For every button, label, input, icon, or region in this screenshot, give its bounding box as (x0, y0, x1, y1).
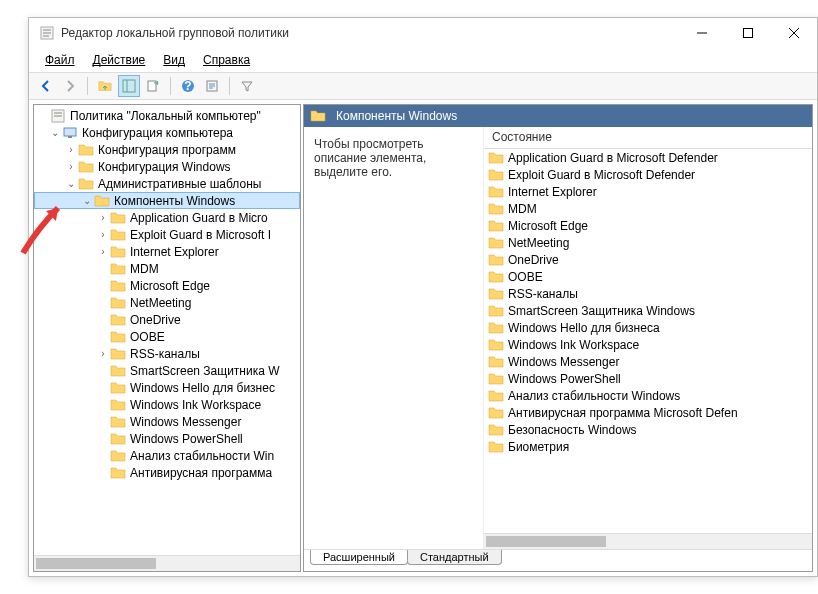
chevron-right-icon[interactable] (96, 330, 110, 344)
show-tree-button[interactable] (118, 75, 140, 97)
chevron-right-icon[interactable] (96, 432, 110, 446)
tree-item[interactable]: ›Internet Explorer (34, 243, 300, 260)
chevron-right-icon[interactable] (96, 449, 110, 463)
chevron-right-icon[interactable]: › (96, 347, 110, 361)
titlebar[interactable]: Редактор локальной групповой политики (29, 18, 817, 48)
list-item[interactable]: OneDrive (484, 251, 812, 268)
menu-view[interactable]: Вид (155, 51, 193, 69)
list-item[interactable]: Microsoft Edge (484, 217, 812, 234)
tree-root[interactable]: Политика "Локальный компьютер" (34, 107, 300, 124)
tree-item[interactable]: Антивирусная программа (34, 464, 300, 481)
minimize-button[interactable] (679, 18, 725, 48)
chevron-right-icon[interactable] (96, 313, 110, 327)
tree-item[interactable]: Windows Hello для бизнес (34, 379, 300, 396)
list-item[interactable]: Безопасность Windows (484, 421, 812, 438)
tree-item[interactable]: MDM (34, 260, 300, 277)
tabs: Расширенный Стандартный (304, 549, 812, 571)
menu-action[interactable]: Действие (85, 51, 154, 69)
svg-rect-1 (744, 29, 753, 38)
list-item[interactable]: Windows Messenger (484, 353, 812, 370)
list-item[interactable]: NetMeeting (484, 234, 812, 251)
tree-hscrollbar[interactable] (34, 555, 300, 571)
list-item[interactable]: MDM (484, 200, 812, 217)
chevron-down-icon[interactable]: ⌄ (80, 194, 94, 208)
chevron-right-icon[interactable] (96, 466, 110, 480)
tree-admin[interactable]: ⌄ Административные шаблоны (34, 175, 300, 192)
tree-pane[interactable]: Политика "Локальный компьютер" ⌄ Конфигу… (33, 104, 301, 572)
chevron-right-icon[interactable] (96, 381, 110, 395)
chevron-right-icon[interactable]: › (64, 143, 78, 157)
list-item[interactable]: OOBE (484, 268, 812, 285)
chevron-down-icon[interactable] (36, 109, 50, 123)
list-item[interactable]: Windows PowerShell (484, 370, 812, 387)
list-item[interactable]: Application Guard в Microsoft Defender (484, 149, 812, 166)
tree-item[interactable]: ›Application Guard в Micro (34, 209, 300, 226)
close-button[interactable] (771, 18, 817, 48)
list-hscrollbar[interactable] (484, 533, 812, 549)
tree-item[interactable]: OOBE (34, 328, 300, 345)
list-item[interactable]: Анализ стабильности Windows (484, 387, 812, 404)
back-button[interactable] (35, 75, 57, 97)
list-item[interactable]: Internet Explorer (484, 183, 812, 200)
list-item[interactable]: Windows Hello для бизнеса (484, 319, 812, 336)
chevron-right-icon[interactable]: › (96, 211, 110, 225)
tree-item[interactable]: Windows Messenger (34, 413, 300, 430)
properties-button[interactable] (201, 75, 223, 97)
chevron-right-icon[interactable] (96, 279, 110, 293)
tree-item[interactable]: ›Exploit Guard в Microsoft I (34, 226, 300, 243)
folder-icon (110, 465, 126, 481)
chevron-right-icon[interactable] (96, 415, 110, 429)
menu-help[interactable]: Справка (195, 51, 258, 69)
chevron-down-icon[interactable]: ⌄ (48, 126, 62, 140)
tree-item[interactable]: Windows PowerShell (34, 430, 300, 447)
svg-text:?: ? (184, 79, 191, 93)
export-button[interactable] (142, 75, 164, 97)
chevron-right-icon[interactable] (96, 296, 110, 310)
chevron-right-icon[interactable]: › (64, 160, 78, 174)
up-button[interactable] (94, 75, 116, 97)
folder-icon (78, 142, 94, 158)
folder-icon (110, 380, 126, 396)
policy-icon (50, 108, 66, 124)
filter-button[interactable] (236, 75, 258, 97)
tree-item[interactable]: NetMeeting (34, 294, 300, 311)
list-item[interactable]: Биометрия (484, 438, 812, 455)
chevron-right-icon[interactable]: › (96, 245, 110, 259)
tree-components[interactable]: ⌄ Компоненты Windows (34, 192, 300, 209)
tree-item[interactable]: ›RSS-каналы (34, 345, 300, 362)
item-list[interactable]: Application Guard в Microsoft DefenderEx… (484, 149, 812, 533)
tree-comp-config[interactable]: ⌄ Конфигурация компьютера (34, 124, 300, 141)
chevron-right-icon[interactable] (96, 262, 110, 276)
tab-extended[interactable]: Расширенный (310, 550, 408, 565)
svg-rect-9 (68, 136, 72, 138)
tab-standard[interactable]: Стандартный (407, 550, 502, 565)
chevron-down-icon[interactable]: ⌄ (64, 177, 78, 191)
folder-icon (110, 346, 126, 362)
menu-file[interactable]: Файл (37, 51, 83, 69)
list-item[interactable]: Антивирусная программа Microsoft Defen (484, 404, 812, 421)
column-header-state[interactable]: Состояние (484, 127, 812, 149)
chevron-right-icon[interactable] (96, 398, 110, 412)
maximize-button[interactable] (725, 18, 771, 48)
folder-icon (488, 252, 504, 268)
tree-win[interactable]: › Конфигурация Windows (34, 158, 300, 175)
folder-icon (310, 108, 326, 124)
list-item[interactable]: RSS-каналы (484, 285, 812, 302)
help-button[interactable]: ? (177, 75, 199, 97)
folder-icon (488, 269, 504, 285)
tree-soft[interactable]: › Конфигурация программ (34, 141, 300, 158)
tree-item[interactable]: Анализ стабильности Win (34, 447, 300, 464)
folder-icon (110, 397, 126, 413)
tree-item[interactable]: Windows Ink Workspace (34, 396, 300, 413)
tree-item[interactable]: SmartScreen Защитника W (34, 362, 300, 379)
app-icon (39, 25, 55, 41)
list-item[interactable]: Windows Ink Workspace (484, 336, 812, 353)
forward-button[interactable] (59, 75, 81, 97)
tree-item[interactable]: Microsoft Edge (34, 277, 300, 294)
list-item[interactable]: Exploit Guard в Microsoft Defender (484, 166, 812, 183)
folder-icon (110, 244, 126, 260)
list-item[interactable]: SmartScreen Защитника Windows (484, 302, 812, 319)
tree-item[interactable]: OneDrive (34, 311, 300, 328)
chevron-right-icon[interactable] (96, 364, 110, 378)
chevron-right-icon[interactable]: › (96, 228, 110, 242)
